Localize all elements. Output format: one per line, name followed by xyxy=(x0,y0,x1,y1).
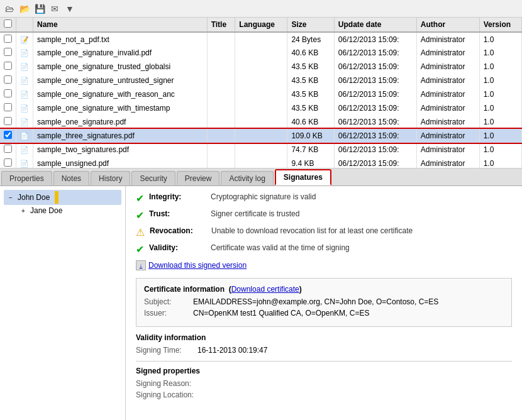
table-row[interactable]: 📄 sample_one_signature_with_reason_anc 4… xyxy=(0,87,522,101)
row-icon-cell: 📄 xyxy=(16,115,33,129)
row-title xyxy=(207,157,235,169)
row-size: 9.4 KB xyxy=(287,157,334,169)
row-name[interactable]: sample_two_signatures.pdf xyxy=(33,143,208,157)
col-title[interactable]: Title xyxy=(207,18,235,32)
row-checkbox[interactable] xyxy=(4,117,12,125)
file-table-container: Name Title Language Size Update date Aut… xyxy=(0,18,522,169)
row-name[interactable]: sample_unsigned.pdf xyxy=(33,157,208,169)
validity-section: Validity information Signing Time: 16-11… xyxy=(136,333,512,355)
table-row[interactable]: 📄 sample_one_signature_untrusted_signer … xyxy=(0,74,522,87)
download-signed-link[interactable]: ↓ Download this signed version xyxy=(136,260,512,270)
tab-signatures[interactable]: Signatures xyxy=(275,169,331,185)
table-row[interactable]: 📄 sample_three_signatures.pdf 109.0 KB 0… xyxy=(0,129,522,143)
tab-security[interactable]: Security xyxy=(131,171,175,185)
row-size: 24 Bytes xyxy=(287,32,334,46)
tree-item-jane[interactable]: + Jane Doe xyxy=(16,205,121,216)
row-date: 06/12/2013 15:09: xyxy=(334,32,416,46)
col-author[interactable]: Author xyxy=(416,18,479,32)
table-row[interactable]: 📄 sample_one_signature.pdf 40.6 KB 06/12… xyxy=(0,115,522,129)
validity-label: Validity: xyxy=(149,243,206,252)
txt-icon: 📝 xyxy=(20,36,29,43)
col-date[interactable]: Update date xyxy=(334,18,416,32)
row-checkbox[interactable] xyxy=(4,48,12,56)
pdf-icon: 📄 xyxy=(20,118,29,126)
select-all-checkbox[interactable] xyxy=(4,19,12,28)
tab-activity[interactable]: Activity log xyxy=(221,171,273,185)
row-version: 1.0 xyxy=(479,46,521,60)
row-checkbox[interactable] xyxy=(4,62,12,70)
row-name[interactable]: sample_one_signature_invalid.pdf xyxy=(33,46,208,60)
toolbar: 🗁 📂 💾 ✉ ▼ xyxy=(0,0,522,18)
table-row[interactable]: 📄 sample_unsigned.pdf 9.4 KB 06/12/2013 … xyxy=(0,157,522,169)
table-row[interactable]: 📄 sample_one_signature_trusted_globalsi … xyxy=(0,60,522,74)
row-icon-cell: 📄 xyxy=(16,87,33,101)
filter-icon[interactable]: ▼ xyxy=(64,3,76,15)
row-author: Administrator xyxy=(416,157,479,169)
col-name[interactable]: Name xyxy=(33,18,208,32)
row-icon-cell: 📝 xyxy=(16,32,33,46)
tab-notes[interactable]: Notes xyxy=(53,171,89,185)
integrity-label: Integrity: xyxy=(149,192,206,201)
col-language[interactable]: Language xyxy=(235,18,287,32)
row-checkbox[interactable] xyxy=(4,89,12,97)
row-title xyxy=(207,74,235,87)
signed-section: Signed properties Signing Reason: Signin… xyxy=(136,367,512,399)
row-icon-cell: 📄 xyxy=(16,60,33,74)
table-row[interactable]: 📄 sample_one_signature_with_timestamp 43… xyxy=(0,101,522,115)
row-size: 43.5 KB xyxy=(287,101,334,115)
row-size: 43.5 KB xyxy=(287,87,334,101)
expand-icon[interactable]: − xyxy=(6,193,15,202)
new-folder-icon[interactable]: 🗁 xyxy=(3,3,16,15)
row-version: 1.0 xyxy=(479,143,521,157)
row-name[interactable]: sample_not_a_pdf.txt xyxy=(33,32,208,46)
row-name[interactable]: sample_one_signature_with_timestamp xyxy=(33,101,208,115)
row-checkbox[interactable] xyxy=(4,35,12,43)
row-size: 40.6 KB xyxy=(287,46,334,60)
row-icon-cell: 📄 xyxy=(16,74,33,87)
row-checkbox[interactable] xyxy=(4,75,12,84)
row-name[interactable]: sample_one_signature.pdf xyxy=(33,115,208,129)
signing-time-row: Signing Time: 16-11-2013 00:19:47 xyxy=(136,346,512,355)
row-name[interactable]: sample_three_signatures.pdf xyxy=(33,129,208,143)
row-author: Administrator xyxy=(416,129,479,143)
row-date: 06/12/2013 15:09: xyxy=(334,129,416,143)
tab-history[interactable]: History xyxy=(91,171,130,185)
row-size: 40.6 KB xyxy=(287,115,334,129)
col-version[interactable]: Version xyxy=(479,18,521,32)
row-icon-cell: 📄 xyxy=(16,157,33,169)
open-icon[interactable]: 📂 xyxy=(18,3,31,15)
save-icon[interactable]: 💾 xyxy=(33,3,46,15)
tree-panel: − John Doe + Jane Doe xyxy=(0,186,126,420)
row-checkbox[interactable] xyxy=(4,103,12,111)
row-checkbox[interactable] xyxy=(4,145,12,153)
row-author: Administrator xyxy=(416,115,479,129)
tab-properties[interactable]: Properties xyxy=(1,171,52,185)
sig-revocation-row: ⚠ Revocation: Unable to download revocat… xyxy=(136,226,512,238)
row-language xyxy=(235,157,287,169)
row-name[interactable]: sample_one_signature_trusted_globalsi xyxy=(33,60,208,74)
table-row[interactable]: 📄 sample_one_signature_invalid.pdf 40.6 … xyxy=(0,46,522,60)
col-size[interactable]: Size xyxy=(287,18,334,32)
row-version: 1.0 xyxy=(479,157,521,169)
row-name[interactable]: sample_one_signature_with_reason_anc xyxy=(33,87,208,101)
download-cert-link[interactable]: Download certificate xyxy=(231,285,299,294)
row-name[interactable]: sample_one_signature_untrusted_signer xyxy=(33,74,208,87)
expand-icon-jane[interactable]: + xyxy=(19,206,28,215)
tree-item-john[interactable]: − John Doe xyxy=(4,190,121,205)
row-checkbox[interactable] xyxy=(4,158,12,167)
row-size: 109.0 KB xyxy=(287,129,334,143)
row-title xyxy=(207,129,235,143)
row-date: 06/12/2013 15:09: xyxy=(334,143,416,157)
row-author: Administrator xyxy=(416,46,479,60)
tab-preview[interactable]: Preview xyxy=(177,171,220,185)
table-row[interactable]: 📝 sample_not_a_pdf.txt 24 Bytes 06/12/20… xyxy=(0,32,522,46)
validity-value: Certificate was valid at the time of sig… xyxy=(211,243,350,252)
row-date: 06/12/2013 15:09: xyxy=(334,115,416,129)
row-title xyxy=(207,101,235,115)
cert-info-box: Certificate information (Download certif… xyxy=(136,278,512,327)
row-checkbox-cell xyxy=(0,101,16,115)
email-icon[interactable]: ✉ xyxy=(48,3,61,15)
table-row[interactable]: 📄 sample_two_signatures.pdf 74.7 KB 06/1… xyxy=(0,143,522,157)
row-checkbox-cell xyxy=(0,157,16,169)
row-checkbox[interactable] xyxy=(4,131,12,139)
